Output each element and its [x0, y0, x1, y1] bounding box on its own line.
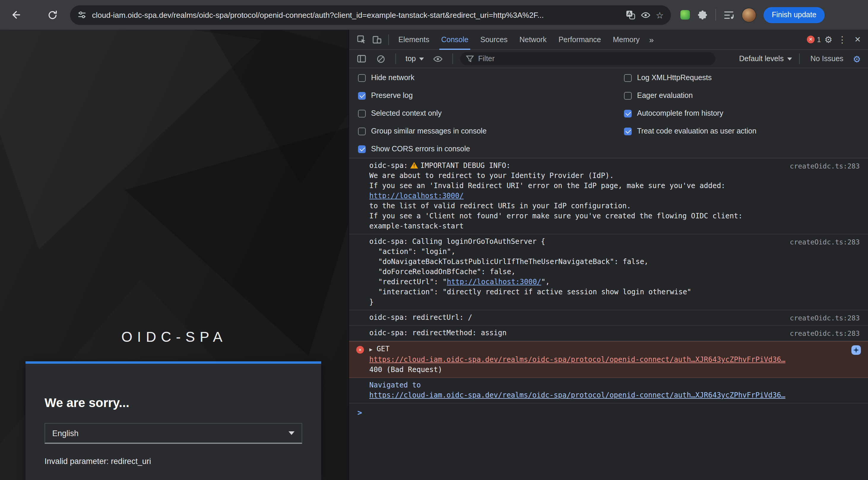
setting-hide-network[interactable]: Hide network [349, 69, 615, 87]
console-line: "doNavigateBackToLastPublicUrlIfTheTheUs… [369, 257, 860, 267]
divider [395, 54, 396, 64]
console-line: "redirectUrl": "http://localhost:3000/", [369, 277, 860, 287]
console-message-login: createOidc.ts:283 oidc-spa: Calling logi… [349, 234, 868, 310]
console-toolbar-right: Default levels No Issues ⚙ [739, 54, 863, 64]
tab-memory[interactable]: Memory [607, 29, 646, 50]
extensions-puzzle-icon[interactable] [698, 10, 708, 20]
setting-autocomplete-history[interactable]: Autocomplete from history [615, 104, 868, 122]
webpage-viewport: OIDC-SPA We are sorry... English Invalid… [0, 30, 348, 480]
device-toolbar-icon[interactable] [369, 32, 385, 47]
sidebar-toggle-icon[interactable] [354, 51, 369, 66]
checkbox-checked[interactable] [624, 127, 632, 135]
kebab-menu-icon[interactable]: ⋮ [836, 35, 848, 44]
more-tabs-icon[interactable]: » [646, 35, 657, 44]
url-text[interactable]: cloud-iam.oidc-spa.dev/realms/oidc-spa/p… [92, 10, 620, 19]
console-line: "interaction": "directly redirect if act… [369, 287, 860, 297]
inspect-icon[interactable] [354, 32, 369, 47]
message-prefix: oidc-spa: [369, 161, 408, 170]
console-line: ▶GET [369, 344, 860, 355]
chevron-down-icon [420, 57, 424, 60]
divider [388, 34, 389, 45]
error-count-badge[interactable]: ✕ 1 [807, 35, 821, 43]
tab-performance[interactable]: Performance [553, 29, 607, 50]
reload-icon[interactable] [44, 6, 61, 23]
profile-avatar[interactable] [742, 7, 756, 22]
checkbox-label: Hide network [371, 73, 414, 82]
console-line: Navigated to [369, 380, 860, 390]
default-levels-label: Default levels [739, 55, 784, 63]
source-link[interactable]: createOidc.ts:283 [790, 237, 860, 248]
setting-preserve-log[interactable]: Preserve log [349, 87, 615, 104]
address-bar[interactable]: cloud-iam.oidc-spa.dev/realms/oidc-spa/p… [70, 5, 671, 25]
console-line: oidc-spa:!IMPORTANT DEBUG INFO: [369, 161, 860, 171]
console-filter[interactable] [460, 52, 716, 65]
bookmark-star-icon[interactable]: ☆ [656, 10, 664, 19]
setting-group-similar[interactable]: Group similar messages in console [349, 122, 615, 140]
checkbox-label: Eager evaluation [637, 91, 693, 100]
issues-counter[interactable]: No Issues [807, 55, 847, 63]
translate-icon[interactable] [625, 10, 635, 20]
json-text: "redirectUrl": " [378, 278, 447, 286]
context-selector[interactable]: top [403, 55, 427, 63]
eye-icon[interactable] [640, 10, 650, 20]
console-prompt[interactable]: > [349, 404, 868, 422]
checkbox-unchecked[interactable] [358, 74, 366, 82]
setting-log-xmlhttprequests[interactable]: Log XMLHttpRequests [615, 69, 868, 87]
console-error-message: ✕ ▶GET https://cloud-iam.oidc-spa.dev/re… [349, 341, 868, 378]
setting-treat-code-eval[interactable]: Treat code evaluation as user action [615, 122, 868, 140]
context-value: top [405, 55, 416, 63]
localhost-link[interactable]: http://localhost:3000/ [369, 192, 464, 200]
checkbox-label: Autocomplete from history [637, 109, 723, 118]
extension-green-icon[interactable] [680, 10, 690, 20]
console-line: oidc-spa: Calling loginOrGoToAuthServer … [369, 237, 860, 247]
console-settings-gear-icon[interactable]: ⚙ [850, 54, 863, 63]
console-message-redirect-method: createOidc.ts:283 oidc-spa: redirectMeth… [349, 326, 868, 341]
error-badge-icon: ✕ [807, 36, 814, 43]
tab-console[interactable]: Console [435, 29, 474, 50]
error-count: 1 [817, 35, 821, 43]
language-select-value: English [52, 429, 79, 438]
console-line: We are about to redirect to your Identit… [369, 171, 860, 181]
divider [799, 54, 800, 64]
checkbox-checked[interactable] [358, 145, 366, 153]
close-icon[interactable]: ✕ [852, 35, 863, 44]
checkbox-checked[interactable] [624, 109, 632, 117]
default-levels-dropdown[interactable]: Default levels [739, 55, 792, 63]
message-title: IMPORTANT DEBUG INFO: [420, 161, 510, 170]
site-info-icon[interactable] [77, 10, 87, 20]
tab-sources[interactable]: Sources [474, 29, 514, 50]
console-line: } [369, 297, 860, 307]
gear-icon[interactable]: ⚙ [824, 35, 832, 44]
source-link[interactable]: createOidc.ts:283 [790, 161, 860, 171]
source-link[interactable]: createOidc.ts:283 [790, 313, 860, 323]
checkbox-unchecked[interactable] [624, 74, 632, 82]
checkbox-label: Preserve log [371, 91, 413, 100]
ai-insight-icon[interactable] [851, 345, 861, 355]
console-filter-input[interactable] [478, 55, 710, 63]
error-card: We are sorry... English Invalid paramete… [26, 361, 321, 480]
tab-network[interactable]: Network [514, 29, 553, 50]
navigated-url-link[interactable]: https://cloud-iam.oidc-spa.dev/realms/oi… [369, 391, 785, 399]
live-expression-eye-icon[interactable] [430, 51, 445, 66]
expand-arrow-icon[interactable]: ▶ [369, 347, 373, 352]
finish-update-button[interactable]: Finish update [764, 7, 825, 23]
media-controls-icon[interactable] [724, 10, 734, 19]
back-icon[interactable] [7, 6, 24, 23]
failed-request-url-link[interactable]: https://cloud-iam.oidc-spa.dev/realms/oi… [369, 355, 785, 364]
console-line: 400 (Bad Request) [369, 365, 860, 375]
chevron-down-icon [288, 431, 294, 435]
tab-elements[interactable]: Elements [393, 29, 435, 50]
setting-eager-evaluation[interactable]: Eager evaluation [615, 87, 868, 104]
clear-console-icon[interactable] [373, 51, 388, 66]
checkbox-unchecked[interactable] [358, 109, 366, 117]
language-select[interactable]: English [44, 423, 302, 444]
devtools-tab-bar: Elements Console Sources Network Perform… [349, 30, 868, 50]
checkbox-checked[interactable] [358, 92, 366, 99]
request-method: GET [377, 345, 390, 353]
setting-show-cors-errors[interactable]: Show CORS errors in console [349, 140, 615, 158]
source-link[interactable]: createOidc.ts:283 [790, 329, 860, 339]
localhost-link[interactable]: http://localhost:3000/ [447, 278, 541, 286]
checkbox-unchecked[interactable] [358, 127, 366, 135]
checkbox-unchecked[interactable] [624, 92, 632, 99]
setting-selected-context-only[interactable]: Selected context only [349, 104, 615, 122]
